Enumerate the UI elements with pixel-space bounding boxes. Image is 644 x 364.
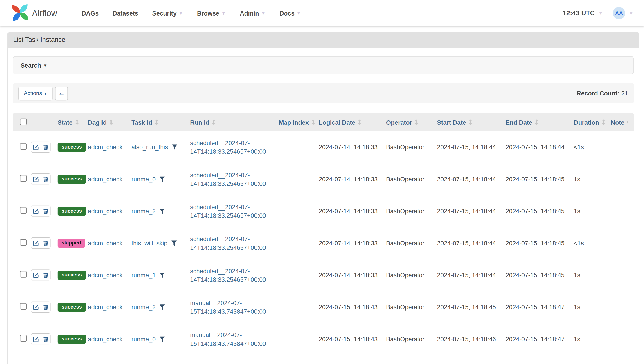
- task-id-link[interactable]: runme_2: [131, 304, 156, 310]
- edit-record-button[interactable]: [31, 302, 41, 312]
- state-badge: success: [58, 270, 86, 280]
- logical-date-cell: 2024-07-14, 14:18:33: [319, 240, 386, 246]
- operator-cell: BashOperator: [386, 336, 437, 342]
- run-id-link[interactable]: manual__2024-07-15T14:18:43.743847+00:00: [190, 330, 271, 348]
- user-avatar[interactable]: AA: [613, 7, 625, 19]
- start-date-cell: 2024-07-15, 14:18:44: [437, 176, 506, 182]
- header-label: Dag Id: [88, 119, 107, 126]
- row-checkbox[interactable]: [20, 303, 27, 310]
- dag-id-link[interactable]: adcm_check: [88, 304, 123, 310]
- run-id-link[interactable]: manual__2024-07-15T14:18:43.743847+00:00: [190, 298, 271, 316]
- run-id-link[interactable]: scheduled__2024-07-14T14:18:33.254657+00…: [190, 170, 271, 188]
- task-id-link[interactable]: runme_2: [131, 208, 156, 214]
- dag-id-link[interactable]: adcm_check: [88, 144, 123, 150]
- task-id-link[interactable]: also_run_this: [131, 144, 168, 150]
- table-row: success adcm_check runme_2 manual__2024-…: [13, 291, 634, 323]
- delete-record-button[interactable]: [41, 270, 50, 280]
- state-badge: skipped: [58, 238, 85, 248]
- dag-id-link[interactable]: adcm_check: [88, 176, 123, 182]
- nav-item-dags[interactable]: DAGs ▼: [75, 0, 106, 26]
- record-count: Record Count: 21: [577, 90, 628, 97]
- edit-record-button[interactable]: [31, 206, 41, 216]
- column-header-duration[interactable]: Duration: [574, 119, 607, 126]
- dag-id-link[interactable]: adcm_check: [88, 208, 123, 214]
- trash-icon: [43, 304, 48, 310]
- table-row: success adcm_check runme_1 scheduled__20…: [13, 259, 634, 291]
- filter-funnel-icon[interactable]: [171, 240, 177, 246]
- end-date-cell: 2024-07-15, 14:18:47: [506, 336, 574, 342]
- nav-item-label: Browse: [197, 10, 220, 17]
- column-header-dag-id[interactable]: Dag Id: [88, 119, 128, 126]
- row-checkbox[interactable]: [20, 207, 27, 214]
- edit-record-button[interactable]: [31, 238, 41, 248]
- row-checkbox[interactable]: [20, 143, 27, 150]
- row-checkbox[interactable]: [20, 271, 27, 278]
- chevron-down-icon[interactable]: ▼: [629, 10, 633, 16]
- column-header-start-date[interactable]: Start Date: [437, 119, 502, 126]
- column-header-operator[interactable]: Operator: [386, 119, 434, 126]
- delete-record-button[interactable]: [41, 206, 50, 216]
- search-label: Search: [21, 62, 41, 69]
- delete-record-button[interactable]: [41, 174, 50, 184]
- run-id-link[interactable]: scheduled__2024-07-14T14:18:33.254657+00…: [190, 266, 271, 284]
- filter-funnel-icon[interactable]: [172, 144, 177, 150]
- actions-dropdown-button[interactable]: Actions ▼: [19, 86, 53, 100]
- run-id-link[interactable]: scheduled__2024-07-14T14:18:33.254657+00…: [190, 234, 271, 252]
- header-label: End Date: [506, 119, 532, 126]
- nav-item-admin[interactable]: Admin ▼: [233, 0, 273, 26]
- utc-clock[interactable]: 12:43 UTC: [563, 10, 595, 17]
- nav-item-security[interactable]: Security ▼: [145, 0, 190, 26]
- row-checkbox[interactable]: [20, 175, 27, 182]
- airflow-brand[interactable]: Airflow: [12, 4, 57, 22]
- nav-item-datasets[interactable]: Datasets ▼: [106, 0, 145, 26]
- edit-record-button[interactable]: [31, 174, 41, 184]
- select-all-checkbox[interactable]: [20, 118, 27, 125]
- dag-id-link[interactable]: adcm_check: [88, 336, 123, 342]
- actions-label: Actions: [24, 90, 42, 96]
- operator-cell: BashOperator: [386, 208, 437, 214]
- column-header-end-date[interactable]: End Date: [506, 119, 570, 126]
- sort-arrows-icon: [601, 119, 605, 125]
- dag-id-link[interactable]: adcm_check: [88, 272, 123, 278]
- filter-funnel-icon[interactable]: [159, 304, 165, 310]
- state-badge: success: [58, 334, 86, 344]
- task-id-link[interactable]: runme_0: [131, 336, 156, 342]
- edit-record-button[interactable]: [31, 270, 41, 280]
- run-id-link[interactable]: scheduled__2024-07-14T14:18:33.254657+00…: [190, 138, 271, 156]
- column-header-state[interactable]: State: [58, 119, 85, 126]
- filter-funnel-icon[interactable]: [159, 336, 165, 342]
- end-date-cell: 2024-07-15, 14:18:45: [506, 272, 574, 278]
- edit-record-button[interactable]: [31, 142, 41, 152]
- search-collapse-toggle[interactable]: Search ▼: [13, 56, 634, 74]
- filter-funnel-icon[interactable]: [159, 208, 165, 214]
- column-header-task-id[interactable]: Task Id: [131, 119, 158, 126]
- chevron-down-icon[interactable]: ▼: [598, 10, 603, 16]
- back-button[interactable]: ←: [55, 86, 68, 100]
- delete-record-button[interactable]: [41, 142, 50, 152]
- table-row: skipped adcm_check this_will_skip schedu…: [13, 227, 634, 259]
- nav-item-docs[interactable]: Docs ▼: [273, 0, 308, 26]
- task-id-link[interactable]: runme_1: [131, 272, 156, 278]
- row-action-buttons: [31, 142, 51, 152]
- delete-record-button[interactable]: [41, 334, 50, 344]
- row-checkbox[interactable]: [20, 239, 27, 246]
- pencil-square-icon: [33, 240, 39, 246]
- task-id-link[interactable]: this_will_skip: [131, 240, 167, 246]
- nav-item-browse[interactable]: Browse ▼: [190, 0, 233, 26]
- column-header-note[interactable]: Note: [611, 119, 628, 126]
- delete-record-button[interactable]: [41, 302, 50, 312]
- run-id-link[interactable]: scheduled__2024-07-14T14:18:33.254657+00…: [190, 202, 271, 220]
- row-checkbox[interactable]: [20, 335, 27, 342]
- logical-date-cell: 2024-07-14, 14:18:33: [319, 176, 386, 182]
- end-date-cell: 2024-07-15, 14:18:45: [506, 240, 574, 246]
- column-header-map-index[interactable]: Map Index: [275, 119, 315, 126]
- left-arrow-icon: ←: [58, 89, 65, 98]
- edit-record-button[interactable]: [31, 334, 41, 344]
- filter-funnel-icon[interactable]: [159, 272, 165, 278]
- column-header-logical-date[interactable]: Logical Date: [319, 119, 383, 126]
- dag-id-link[interactable]: adcm_check: [88, 240, 123, 246]
- filter-funnel-icon[interactable]: [159, 176, 165, 182]
- column-header-run-id[interactable]: Run Id: [190, 119, 271, 126]
- delete-record-button[interactable]: [41, 238, 50, 248]
- task-id-link[interactable]: runme_0: [131, 176, 156, 182]
